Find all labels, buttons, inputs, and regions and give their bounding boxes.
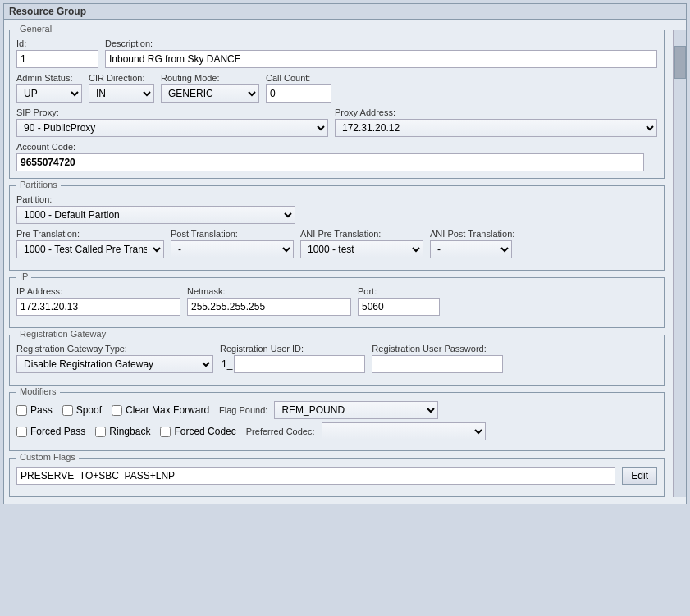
id-label: Id: xyxy=(16,39,98,48)
netmask-group: Netmask: xyxy=(187,286,351,316)
partition-group: Partition: 1000 - Default Partion xyxy=(16,194,657,224)
pass-label: Pass xyxy=(30,404,53,416)
ani-post-translation-group: ANI Post Translation: - xyxy=(430,229,514,258)
modifiers-section: Modifiers Pass Spoof Clear Max Forward xyxy=(9,392,665,451)
pre-translation-group: Pre Translation: 1000 - Test Called Pre … xyxy=(16,229,164,258)
sip-proxy-select[interactable]: 90 - PublicProxy xyxy=(16,119,328,137)
ringback-label: Ringback xyxy=(109,426,150,437)
account-code-label: Account Code: xyxy=(16,142,657,152)
scrollbar[interactable] xyxy=(673,30,686,497)
modifiers-row-2: Forced Pass Ringback Forced Codec Prefer… xyxy=(16,422,657,440)
sip-proxy-group: SIP Proxy: 90 - PublicProxy xyxy=(16,107,328,137)
panel-title: Resource Group xyxy=(4,4,686,20)
partition-select[interactable]: 1000 - Default Partion xyxy=(16,206,295,224)
preferred-codec-group: Preferred Codec: G711 G729 xyxy=(246,422,486,440)
netmask-input[interactable] xyxy=(187,298,351,316)
post-translation-select[interactable]: - xyxy=(171,240,294,258)
description-group: Description: xyxy=(105,39,657,68)
custom-flags-section: Custom Flags Edit xyxy=(9,458,665,497)
call-count-input[interactable] xyxy=(266,84,331,103)
post-translation-label: Post Translation: xyxy=(171,229,294,239)
clear-max-forward-checkbox[interactable] xyxy=(112,405,122,416)
pass-checkbox[interactable] xyxy=(16,405,27,416)
port-input[interactable] xyxy=(358,298,440,316)
reg-user-id-prefix: 1_ xyxy=(220,355,234,373)
forced-codec-label: Forced Codec xyxy=(174,426,235,437)
netmask-label: Netmask: xyxy=(187,286,351,296)
preferred-codec-label: Preferred Codec: xyxy=(246,427,315,436)
account-code-input[interactable] xyxy=(16,153,644,171)
registration-gateway-section-label: Registration Gateway xyxy=(16,329,109,339)
clear-max-forward-checkbox-group: Clear Max Forward xyxy=(112,404,209,416)
scrollbar-thumb[interactable] xyxy=(674,46,686,79)
spoof-label: Spoof xyxy=(76,404,102,416)
reg-user-id-group: Registration User ID: 1_ xyxy=(220,344,365,373)
reg-user-id-input[interactable] xyxy=(234,355,365,373)
flag-pound-select[interactable]: REM_POUND ADD_POUND NONE xyxy=(274,401,438,419)
custom-flags-section-label: Custom Flags xyxy=(16,452,79,462)
id-input[interactable] xyxy=(16,50,98,68)
reg-user-id-input-group: 1_ xyxy=(220,355,365,373)
id-description-row: Id: Description: xyxy=(16,39,657,68)
routing-mode-label: Routing Mode: xyxy=(161,73,259,83)
spoof-checkbox-group: Spoof xyxy=(62,404,102,416)
proxy-address-select[interactable]: 172.31.20.12 xyxy=(335,119,657,137)
partitions-section-label: Partitions xyxy=(16,180,61,189)
admin-status-select[interactable]: UP DOWN xyxy=(16,84,82,103)
proxy-address-label: Proxy Address: xyxy=(335,107,657,117)
status-row: Admin Status: UP DOWN CIR Direction: IN … xyxy=(16,73,657,103)
proxy-row: SIP Proxy: 90 - PublicProxy Proxy Addres… xyxy=(16,107,657,137)
reg-password-input[interactable] xyxy=(372,355,503,373)
ip-row: IP Address: Netmask: Port: xyxy=(16,286,657,316)
reg-password-group: Registration User Password: xyxy=(372,344,503,373)
modifiers-row-1: Pass Spoof Clear Max Forward Flag Pound:… xyxy=(16,401,657,419)
ani-pre-translation-select[interactable]: 1000 - test xyxy=(300,240,423,258)
cir-direction-group: CIR Direction: IN OUT BOTH xyxy=(89,73,154,103)
custom-flags-input[interactable] xyxy=(16,467,615,485)
clear-max-forward-label: Clear Max Forward xyxy=(126,404,209,416)
port-group: Port: xyxy=(358,286,440,316)
content-area: General Id: Description: Admin Statu xyxy=(4,30,686,497)
general-section-label: General xyxy=(16,24,55,34)
forced-codec-checkbox[interactable] xyxy=(160,427,171,437)
pre-translation-label: Pre Translation: xyxy=(16,229,164,239)
ani-post-translation-select[interactable]: - xyxy=(430,240,512,258)
cir-direction-label: CIR Direction: xyxy=(89,73,154,83)
routing-mode-select[interactable]: GENERIC DIRECT xyxy=(161,84,259,103)
reg-password-label: Registration User Password: xyxy=(372,344,503,354)
general-section: General Id: Description: Admin Statu xyxy=(9,30,665,179)
reg-user-id-label: Registration User ID: xyxy=(220,344,365,354)
reg-gateway-row: Registration Gateway Type: Disable Regis… xyxy=(16,344,657,373)
admin-status-label: Admin Status: xyxy=(16,73,82,83)
custom-flags-row: Edit xyxy=(16,467,657,485)
description-input[interactable] xyxy=(105,50,657,68)
custom-flags-edit-button[interactable]: Edit xyxy=(622,467,657,485)
flag-pound-label: Flag Pound: xyxy=(219,405,267,415)
cir-direction-select[interactable]: IN OUT BOTH xyxy=(89,84,154,103)
reg-gateway-type-select[interactable]: Disable Registration Gateway Enable Regi… xyxy=(16,355,213,373)
flag-pound-group: Flag Pound: REM_POUND ADD_POUND NONE xyxy=(219,401,438,419)
ip-address-input[interactable] xyxy=(16,298,180,316)
forced-pass-checkbox-group: Forced Pass xyxy=(16,426,85,437)
translation-row: Pre Translation: 1000 - Test Called Pre … xyxy=(16,229,657,258)
partition-label: Partition: xyxy=(16,194,657,204)
admin-status-group: Admin Status: UP DOWN xyxy=(16,73,82,103)
page-container: Resource Group General Id: Description: xyxy=(0,0,690,616)
pre-translation-select[interactable]: 1000 - Test Called Pre Trans xyxy=(16,240,164,258)
resource-group-panel: Resource Group General Id: Description: xyxy=(3,3,687,504)
routing-mode-group: Routing Mode: GENERIC DIRECT xyxy=(161,73,259,103)
ip-address-group: IP Address: xyxy=(16,286,180,316)
forced-pass-checkbox[interactable] xyxy=(16,427,27,437)
port-label: Port: xyxy=(358,286,440,296)
spoof-checkbox[interactable] xyxy=(62,405,73,416)
call-count-group: Call Count: xyxy=(266,73,331,103)
post-translation-group: Post Translation: - xyxy=(171,229,294,258)
pass-checkbox-group: Pass xyxy=(16,404,53,416)
ringback-checkbox[interactable] xyxy=(95,427,106,437)
forced-pass-label: Forced Pass xyxy=(30,426,85,437)
registration-gateway-section: Registration Gateway Registration Gatewa… xyxy=(9,335,665,386)
preferred-codec-select[interactable]: G711 G729 xyxy=(322,422,486,440)
call-count-label: Call Count: xyxy=(266,73,331,83)
modifiers-section-label: Modifiers xyxy=(16,386,60,396)
description-label: Description: xyxy=(105,39,657,48)
